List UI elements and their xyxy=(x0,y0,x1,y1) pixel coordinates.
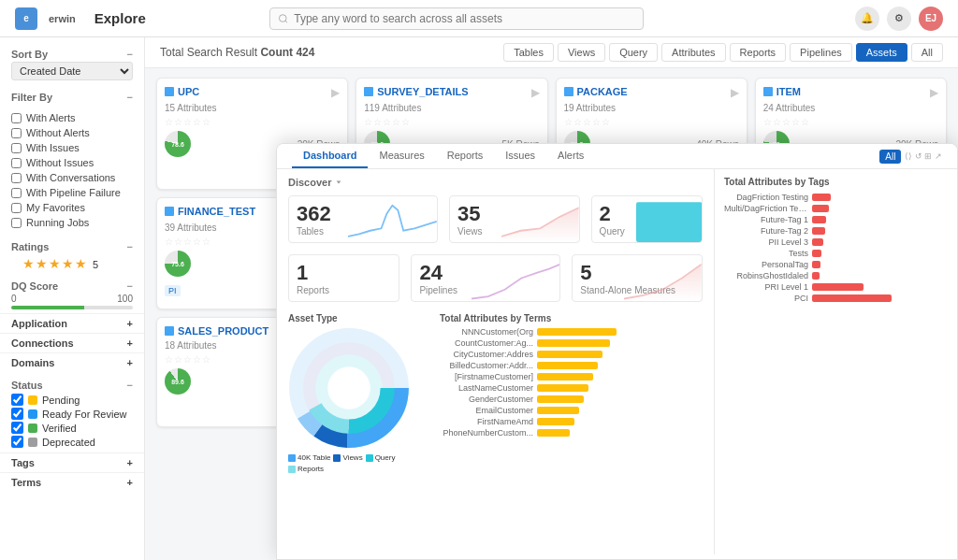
dashboard-content: Discover 362 Tables xyxy=(277,169,957,554)
sort-by-label: Sort By − xyxy=(11,49,133,60)
status-pending[interactable]: Pending xyxy=(11,393,133,407)
stat-views: 35 Views xyxy=(449,195,580,243)
tables-chart xyxy=(348,196,437,242)
status-label: Status − xyxy=(11,380,133,391)
pipelines-chart xyxy=(472,255,560,301)
terms-bars: NNNCustomer(Org CountCustomer:Ag... City… xyxy=(440,327,703,438)
query-chart xyxy=(636,196,702,242)
filter-group: With Alerts Without Alerts With Issues W… xyxy=(0,108,144,232)
ratings-collapse[interactable]: − xyxy=(127,241,133,252)
filter-collapse[interactable]: − xyxy=(127,92,133,103)
ratings-label: Ratings − xyxy=(11,241,133,252)
status-collapse[interactable]: − xyxy=(127,380,133,391)
filter-running-jobs[interactable]: Running Jobs xyxy=(11,215,133,230)
domains-section[interactable]: Domains+ xyxy=(0,352,144,372)
type-tabs: Tables Views Query Attributes Reports Pi… xyxy=(503,43,943,62)
filter-without-alerts[interactable]: Without Alerts xyxy=(11,125,133,140)
tab-reports[interactable]: Reports xyxy=(730,43,787,62)
filter-with-issues[interactable]: With Issues xyxy=(11,140,133,155)
dq-range: 0 100 xyxy=(11,294,133,304)
tab-all[interactable]: All xyxy=(911,43,943,62)
dq-slider[interactable] xyxy=(11,306,133,309)
all-btn[interactable]: All xyxy=(879,150,901,164)
tab-reports[interactable]: Reports xyxy=(436,144,495,168)
grid-container: UPC ▶ 15 Attributes ☆☆☆☆☆ 78.6 20K Rows … xyxy=(145,68,958,560)
tags-chart-title: Total Attributes by Tags xyxy=(724,177,948,187)
status-verified[interactable]: Verified xyxy=(11,421,133,435)
dashboard-left: Discover 362 Tables xyxy=(277,169,714,554)
stat-pipelines: 24 Pipelines xyxy=(411,254,560,302)
search-result-text: Total Search Result Count 424 xyxy=(160,46,314,59)
tab-attributes[interactable]: Attributes xyxy=(661,43,725,62)
dq-score-label: DQ Score − xyxy=(11,280,133,292)
svg-point-0 xyxy=(279,14,286,22)
app-name: erwin xyxy=(49,13,76,24)
status-review[interactable]: Ready For Review xyxy=(11,407,133,421)
top-bar: Total Search Result Count 424 Tables Vie… xyxy=(145,37,958,68)
rating-stars[interactable]: ★★★★★ 5 xyxy=(11,254,133,273)
terms-chart-section: Total Attributes by Terms NNNCustomer(Or… xyxy=(440,313,703,473)
top-navigation: e erwin Explore 🔔 ⚙ EJ xyxy=(0,0,958,37)
filter-pipeline-failure[interactable]: With Pipeline Failure xyxy=(11,185,133,200)
tags-section[interactable]: Tags+ xyxy=(0,452,144,472)
donut-legend: 40K Table Views Query Reports xyxy=(288,453,428,473)
filter-without-issues[interactable]: Without Issues xyxy=(11,155,133,170)
reports-count: 1 xyxy=(297,261,391,285)
reports-label: Reports xyxy=(297,285,391,295)
tab-views[interactable]: Views xyxy=(558,43,605,62)
stat-query: 2 Query xyxy=(591,195,703,243)
content-area: Total Search Result Count 424 Tables Vie… xyxy=(145,37,958,560)
stat-tables: 362 Tables xyxy=(288,195,438,243)
settings-icon[interactable]: ⚙ xyxy=(887,7,911,31)
ratings-section: Ratings − ★★★★★ 5 xyxy=(0,237,144,277)
filter-with-conversations[interactable]: With Conversations xyxy=(11,170,133,185)
application-section[interactable]: Application+ xyxy=(0,313,144,333)
tab-issues[interactable]: Issues xyxy=(494,144,546,168)
tab-alerts[interactable]: Alerts xyxy=(546,144,595,168)
connections-section[interactable]: Connections+ xyxy=(0,333,144,352)
tab-measures[interactable]: Measures xyxy=(368,144,435,168)
tab-tables[interactable]: Tables xyxy=(503,43,554,62)
donut-chart xyxy=(288,327,410,449)
search-bar[interactable] xyxy=(269,7,644,30)
measures-chart xyxy=(624,255,702,301)
dashboard-right: Total Attributes by Tags DagFriction Tes… xyxy=(714,169,957,554)
asset-type-title: Asset Type xyxy=(288,313,428,323)
tab-dashboard[interactable]: Dashboard xyxy=(292,144,368,168)
tab-assets[interactable]: Assets xyxy=(856,43,907,62)
status-section: Status − Pending Ready For Review Verifi… xyxy=(0,376,144,452)
search-icon xyxy=(278,13,288,24)
filter-with-alerts[interactable]: With Alerts xyxy=(11,110,133,125)
user-avatar[interactable]: EJ xyxy=(919,7,943,31)
terms-section[interactable]: Terms+ xyxy=(0,472,144,492)
tags-bars: DagFriction Testing Multi/DagFriction Te… xyxy=(724,193,948,303)
page-title: Explore xyxy=(94,10,146,26)
main-layout: Sort By − Created Date Filter By − With … xyxy=(0,37,958,560)
left-sidebar: Sort By − Created Date Filter By − With … xyxy=(0,37,145,560)
second-stats-row: 1 Reports 24 Pipelines xyxy=(288,254,703,302)
logo-icon: e xyxy=(15,7,37,30)
dashboard-tabs: Dashboard Measures Reports Issues Alerts… xyxy=(277,144,957,169)
svg-rect-3 xyxy=(636,202,702,242)
discover-title: Discover xyxy=(288,177,703,188)
top-stats-row: 362 Tables 35 Views xyxy=(288,195,703,243)
svg-line-1 xyxy=(285,21,287,22)
toolbar-icons: ⟨⟩ ↺ ⊞ ↗ xyxy=(905,151,942,161)
svg-point-7 xyxy=(322,361,377,416)
bell-icon[interactable]: 🔔 xyxy=(855,7,879,31)
filter-my-favorites[interactable]: My Favorites xyxy=(11,200,133,215)
sort-collapse[interactable]: − xyxy=(127,49,133,60)
dq-collapse[interactable]: − xyxy=(127,280,133,292)
discover-dropdown-icon xyxy=(335,179,342,186)
status-deprecated[interactable]: Deprecated xyxy=(11,435,133,449)
views-chart xyxy=(501,196,579,242)
sort-select[interactable]: Created Date xyxy=(11,62,133,80)
sort-by-section: Sort By − Created Date xyxy=(0,45,144,88)
stat-measures: 5 Stand-Alone Measures xyxy=(572,254,703,302)
tab-query[interactable]: Query xyxy=(609,43,658,62)
tab-pipelines[interactable]: Pipelines xyxy=(790,43,852,62)
stat-reports: 1 Reports xyxy=(288,254,399,302)
filter-by-section: Filter By − xyxy=(0,88,144,108)
search-input[interactable] xyxy=(294,12,635,25)
dashboard-overlay: Dashboard Measures Reports Issues Alerts… xyxy=(276,143,958,560)
